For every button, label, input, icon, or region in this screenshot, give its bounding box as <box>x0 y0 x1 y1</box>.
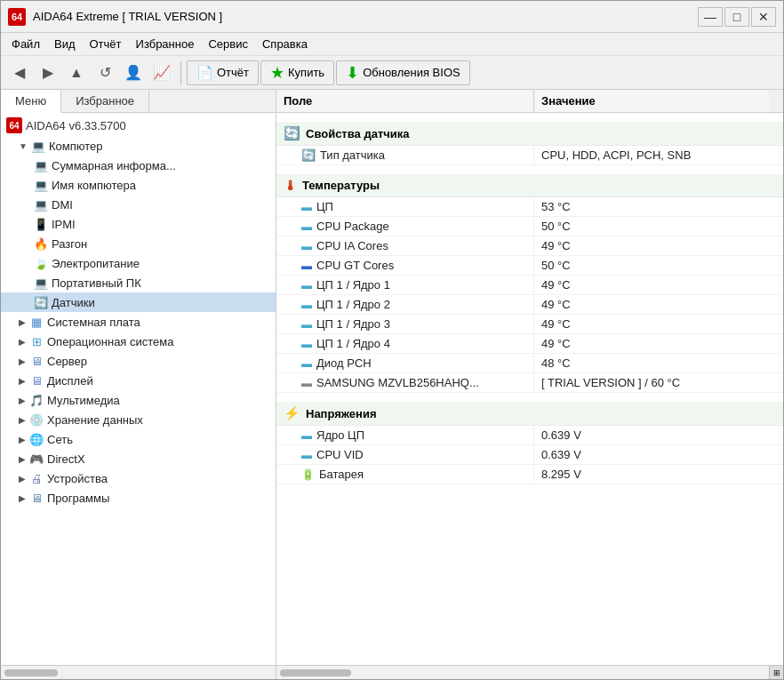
row-sensor-type: 🔄 Тип датчика CPU, HDD, ACPI, PCH, SNB <box>276 146 783 165</box>
nav-chart-button[interactable]: 📈 <box>148 60 175 85</box>
report-button[interactable]: 📄 Отчёт <box>187 60 259 85</box>
volt-battery-icon: 🔋 <box>301 468 315 481</box>
mobo-icon: ▦ <box>28 314 44 330</box>
menu-bar: Файл Вид Отчёт Избранное Сервис Справка <box>1 33 783 56</box>
tree-item-server[interactable]: ▶ 🖥 Сервер <box>1 351 276 371</box>
tree-item-multimedia[interactable]: ▶ 🎵 Мультимедиа <box>1 390 276 410</box>
menu-report[interactable]: Отчёт <box>83 36 129 52</box>
arrow-icon-multimedia: ▶ <box>19 396 26 405</box>
menu-view[interactable]: Вид <box>47 36 83 52</box>
section-voltages-label: Напряжения <box>306 407 377 420</box>
volt-vid-icon: ▬ <box>301 449 312 461</box>
portable-icon: 💻 <box>33 275 49 291</box>
nav-up-button[interactable]: ▲ <box>63 60 90 85</box>
tree-item-network[interactable]: ▶ 🌐 Сеть <box>1 429 276 449</box>
row-temp-cpu: ▬ ЦП 53 °C <box>276 197 783 217</box>
tree-item-programs[interactable]: ▶ 🖥 Программы <box>1 488 276 508</box>
tree-item-storage[interactable]: ▶ 💿 Хранение данных <box>1 410 276 429</box>
temp-gt-icon: ▬ <box>301 260 312 272</box>
minimize-button[interactable]: — <box>698 7 723 27</box>
nav-user-button[interactable]: 👤 <box>120 60 147 85</box>
tab-menu[interactable]: Меню <box>1 90 61 113</box>
tree-label-multimedia: Мультимедиа <box>47 394 120 407</box>
menu-help[interactable]: Справка <box>255 36 315 52</box>
display-icon: 🖥 <box>28 372 44 388</box>
main-window: 64 AIDA64 Extreme [ TRIAL VERSION ] — □ … <box>0 0 784 680</box>
report-label: Отчёт <box>217 66 249 79</box>
tree-scroll-thumb[interactable] <box>4 669 58 676</box>
report-icon: 📄 <box>196 65 213 81</box>
tab-favorites[interactable]: Избранное <box>61 90 149 112</box>
temp-pch-icon: ▬ <box>301 357 312 370</box>
toolbar: ◀ ▶ ▲ ↺ 👤 📈 📄 Отчёт ★ Купить ⬇ Обновлени… <box>1 56 783 90</box>
app-tree-icon: 64 <box>6 117 22 133</box>
tree-container[interactable]: 64 AIDA64 v6.33.5700 ▼ 💻 Компютер 💻 Сумм… <box>1 113 276 665</box>
download-icon: ⬇ <box>346 63 359 83</box>
tree-item-compname[interactable]: 💻 Имя компютера <box>1 175 276 195</box>
tree-item-display[interactable]: ▶ 🖥 Дисплей <box>1 371 276 390</box>
window-controls: — □ ✕ <box>698 7 776 27</box>
nav-refresh-button[interactable]: ↺ <box>92 60 118 85</box>
overclock-icon: 🔥 <box>33 236 49 252</box>
tree-label-compname: Имя компютера <box>52 179 136 192</box>
tree-item-dmi[interactable]: 💻 DMI <box>1 195 276 214</box>
menu-file[interactable]: Файл <box>4 36 47 52</box>
title-bar: 64 AIDA64 Extreme [ TRIAL VERSION ] — □ … <box>1 1 783 33</box>
row-temp-gt-cores: ▬ CPU GT Cores 50 °C <box>276 256 783 276</box>
row-temp-ia-cores: ▬ CPU IA Cores 49 °C <box>276 236 783 256</box>
tree-item-mobo[interactable]: ▶ ▦ Системная плата <box>1 312 276 332</box>
tab-bar: Меню Избранное <box>1 90 276 113</box>
sensors-icon: 🔄 <box>33 294 49 310</box>
close-button[interactable]: ✕ <box>751 7 776 27</box>
spacer-before-sensor-props <box>276 113 783 122</box>
tree-label-dmi: DMI <box>52 198 73 212</box>
storage-icon: 💿 <box>28 412 44 428</box>
temp-drive-icon: ▬ <box>301 377 312 389</box>
row-temp-samsung: ▬ SAMSUNG MZVLB256HAHQ... [ TRIAL VERSIO… <box>276 373 783 393</box>
scroll-corner: ⊞ <box>769 666 783 680</box>
tree-label-computer: Компютер <box>49 140 103 153</box>
programs-icon: 🖥 <box>28 490 44 506</box>
menu-service[interactable]: Сервис <box>201 36 255 52</box>
tree-item-os[interactable]: ▶ ⊞ Операционная система <box>1 332 276 351</box>
section-temperatures-label: Температуры <box>302 179 380 192</box>
arrow-icon-mobo: ▶ <box>19 317 26 327</box>
star-icon: ★ <box>270 63 284 83</box>
table-scroll-thumb-h[interactable] <box>280 669 351 676</box>
tree-item-directx[interactable]: ▶ 🎮 DirectX <box>1 449 276 468</box>
spacer-before-voltages <box>276 393 783 402</box>
arrow-icon-display: ▶ <box>19 376 26 386</box>
nav-back-button[interactable]: ◀ <box>6 60 33 85</box>
row-temp-core2: ▬ ЦП 1 / Ядро 2 49 °C <box>276 295 783 315</box>
tree-label-programs: Программы <box>47 492 109 505</box>
tree-item-computer[interactable]: ▼ 💻 Компютер <box>1 136 276 156</box>
tree-item-summary[interactable]: 💻 Суммарная информа... <box>1 156 276 175</box>
tree-label-summary: Суммарная информа... <box>52 159 176 172</box>
row-temp-core3: ▬ ЦП 1 / Ядро 3 49 °C <box>276 315 783 334</box>
row-temp-package: ▬ CPU Package 50 °C <box>276 217 783 236</box>
tree-label-os: Операционная система <box>47 335 174 348</box>
menu-favorites[interactable]: Избранное <box>129 36 202 52</box>
spacer-before-temps <box>276 165 783 174</box>
tree-scrollbar-h[interactable] <box>1 665 276 679</box>
table-scrollbar-h[interactable]: ⊞ <box>276 665 783 679</box>
power-icon: 🍃 <box>33 255 49 271</box>
tree-label-server: Сервер <box>47 355 87 368</box>
buy-button[interactable]: ★ Купить <box>260 60 334 85</box>
temp-cpu-icon: ▬ <box>301 201 312 213</box>
nav-forward-button[interactable]: ▶ <box>35 60 61 85</box>
data-table[interactable]: Поле Значение 🔄 Свойства датчика 🔄 Тип д… <box>276 90 783 665</box>
tree-item-ipmi[interactable]: 📱 IPMI <box>1 214 276 234</box>
tree-item-portable[interactable]: 💻 Портативный ПК <box>1 273 276 292</box>
os-icon: ⊞ <box>28 333 44 349</box>
tree-item-overclock[interactable]: 🔥 Разгон <box>1 234 276 253</box>
arrow-icon-programs: ▶ <box>19 493 26 503</box>
bios-update-button[interactable]: ⬇ Обновления BIOS <box>336 60 470 85</box>
tree-label-network: Сеть <box>47 433 73 446</box>
tree-item-devices[interactable]: ▶ 🖨 Устройства <box>1 468 276 488</box>
volt-section-icon: ⚡ <box>284 405 300 421</box>
tree-item-power[interactable]: 🍃 Электропитание <box>1 253 276 273</box>
tree-item-sensors[interactable]: 🔄 Датчики <box>1 292 276 312</box>
compname-icon: 💻 <box>33 177 49 193</box>
maximize-button[interactable]: □ <box>724 7 749 27</box>
